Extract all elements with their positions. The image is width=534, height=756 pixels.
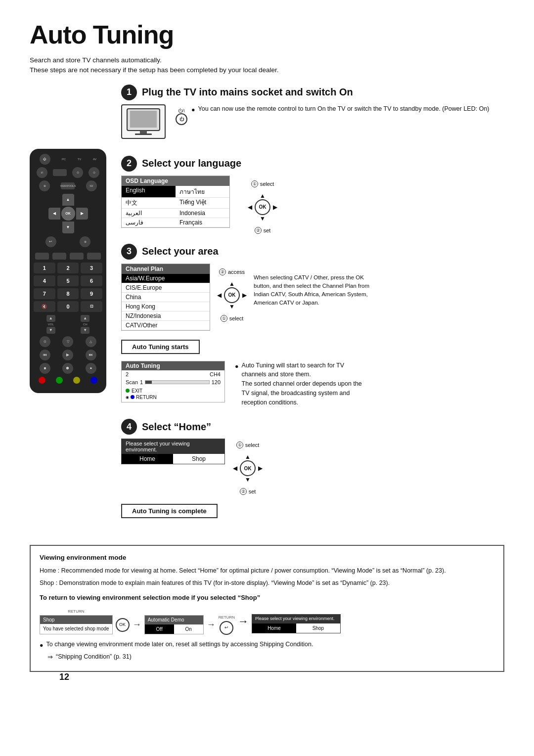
area-catv[interactable]: CATV/Other <box>122 321 210 330</box>
num-aspect[interactable]: ⊡ <box>81 301 102 312</box>
auto-complete-label[interactable]: Auto Tuning is complete <box>121 504 218 518</box>
home-option[interactable]: Home <box>122 454 173 464</box>
num-mute[interactable]: 🔇 <box>34 301 55 312</box>
back-btn[interactable]: ↩ <box>45 236 56 247</box>
area-cis[interactable]: CIS/E.Europe <box>122 283 210 293</box>
remote-control: ⏻ PC TV AV i/l ⊙ ⊙ ⊕ VIERATOOLS SD ▲ ◀ O… <box>30 149 106 393</box>
blank-btn[interactable] <box>53 169 67 176</box>
home-desc: Home : Recommended mode for viewing at h… <box>40 566 494 576</box>
exit-btn[interactable]: EXIT <box>126 388 221 394</box>
lang-arabic[interactable]: العربية <box>122 209 176 218</box>
lang-indonesia[interactable]: Indonesia <box>176 209 229 218</box>
note-box: Viewing environment mode Home : Recommen… <box>30 545 504 671</box>
step3-catv-note: When selecting CATV / Other, press the O… <box>254 273 382 308</box>
ch-up[interactable]: ▲ <box>81 315 89 322</box>
power-icon: ⏻ <box>176 113 187 125</box>
extra-btn[interactable]: ● <box>86 363 96 374</box>
exit-label: EXIT <box>132 388 142 394</box>
area-hongkong[interactable]: Hong Kong <box>122 302 210 311</box>
ok-btn[interactable]: OK <box>61 207 75 221</box>
stop-btn[interactable]: ■ <box>40 363 50 374</box>
btn-row1-1[interactable] <box>35 253 49 260</box>
shop-option[interactable]: Shop <box>173 454 224 464</box>
ff-btn[interactable]: ⏭ <box>86 350 96 360</box>
vol-down[interactable]: ▼ <box>46 327 55 334</box>
dpad-down[interactable]: ▼ <box>62 222 74 233</box>
dpad-up[interactable]: ▲ <box>62 194 74 206</box>
input-btn[interactable]: ⊙ <box>40 336 50 347</box>
steps-column: 1 Plug the TV into mains socket and swit… <box>116 85 504 533</box>
tv-illustration <box>121 104 166 139</box>
num-5[interactable]: 5 <box>57 275 79 286</box>
play-fwd[interactable]: △ <box>86 336 96 347</box>
num-0[interactable]: 0 <box>57 301 79 312</box>
lang-english[interactable]: English <box>122 186 176 198</box>
svg-rect-3 <box>135 133 152 135</box>
cc-btn[interactable]: ⊙ <box>72 167 83 178</box>
sd-btn[interactable]: SD <box>86 180 97 191</box>
demo-off[interactable]: Off <box>145 624 174 634</box>
ch-down[interactable]: ▼ <box>81 327 89 334</box>
btn-row1-3[interactable] <box>70 253 84 260</box>
num-9[interactable]: 9 <box>81 288 102 299</box>
subtitle-btn[interactable]: ⊙ <box>89 167 99 178</box>
step-4-content: Please select your viewing environment. … <box>121 439 504 495</box>
ch-label: CH4 <box>210 371 221 377</box>
auto-tuning-starts-btn[interactable]: Auto Tuning starts <box>121 336 504 358</box>
num-8[interactable]: 8 <box>57 288 79 299</box>
red-btn[interactable] <box>39 377 45 384</box>
viera-tools-btn[interactable]: VIERATOOLS <box>61 182 75 189</box>
dpad-left[interactable]: ◀ <box>48 208 60 220</box>
blue-btn[interactable] <box>90 377 97 384</box>
lang-persian[interactable]: فارسی <box>122 218 176 227</box>
auto-tuning-box: Auto Tuning 2 CH4 Scan 1 120 <box>121 361 225 402</box>
num-2[interactable]: 2 <box>57 263 79 273</box>
step-2-content: OSD Language English ภาษาไทย 中文 Tiếng Vi… <box>121 176 504 234</box>
flow-arrow-2: → <box>207 618 216 632</box>
btn-row1-2[interactable] <box>52 253 66 260</box>
num-7[interactable]: 7 <box>34 288 55 299</box>
step3-store-desc: ● Auto Tuning will start to search for T… <box>235 361 368 409</box>
return-btn[interactable]: ⊕ <box>80 236 90 247</box>
step-3-content: Channel Plan Asia/W.Europe CIS/E.Europe … <box>121 264 504 331</box>
auto-tuning-btn-label[interactable]: Auto Tuning starts <box>121 340 200 354</box>
channel-plan-area: Channel Plan Asia/W.Europe CIS/E.Europe … <box>121 264 210 331</box>
rec-btn[interactable]: ⏺ <box>62 363 73 374</box>
step-2-number: 2 <box>121 156 137 172</box>
yellow-btn[interactable] <box>73 377 80 384</box>
step2-select-label: select <box>260 181 274 187</box>
info-btn[interactable]: i/l <box>37 167 47 178</box>
svg-rect-1 <box>130 111 157 128</box>
play-btn[interactable]: ▶ <box>62 350 73 360</box>
shop-option2[interactable]: Shop <box>296 623 340 633</box>
dpad[interactable]: ▲ ◀ OK ▶ ▼ <box>48 194 88 233</box>
num-6[interactable]: 6 <box>81 275 102 286</box>
lang-french[interactable]: Français <box>176 218 229 227</box>
channel-plan-header: Channel Plan <box>122 264 210 274</box>
lang-thai[interactable]: ภาษาไทย <box>176 186 229 198</box>
play-rew[interactable]: ▽ <box>62 336 73 347</box>
num-1[interactable]: 1 <box>34 263 55 273</box>
auto-complete-btn[interactable]: Auto Tuning is complete <box>121 500 504 522</box>
intro-text: Search and store TV channels automatical… <box>30 55 504 76</box>
scan-num: 2 <box>126 371 129 377</box>
home-option2[interactable]: Home <box>252 623 296 633</box>
demo-on[interactable]: On <box>174 624 203 634</box>
green-btn[interactable] <box>56 377 63 384</box>
lang-vietnamese[interactable]: Tiếng Việt <box>176 198 229 209</box>
menu-btn[interactable]: ⊕ <box>39 180 50 191</box>
area-nz[interactable]: NZ/Indonesia <box>122 311 210 321</box>
num-4[interactable]: 4 <box>34 275 55 286</box>
vol-up[interactable]: ▲ <box>46 315 55 322</box>
area-asia[interactable]: Asia/W.Europe <box>122 274 210 283</box>
step-3-title: Select your area <box>142 246 219 257</box>
power-btn[interactable]: ⏻ <box>40 154 50 165</box>
num-3[interactable]: 3 <box>81 263 102 273</box>
dpad-right[interactable]: ▶ <box>76 208 88 220</box>
rewind-btn[interactable]: ⏮ <box>40 350 50 360</box>
green-dot <box>126 389 130 393</box>
lang-chinese[interactable]: 中文 <box>122 198 176 209</box>
area-china[interactable]: China <box>122 293 210 302</box>
btn-row1-4[interactable] <box>87 253 101 260</box>
svg-rect-2 <box>140 131 147 133</box>
